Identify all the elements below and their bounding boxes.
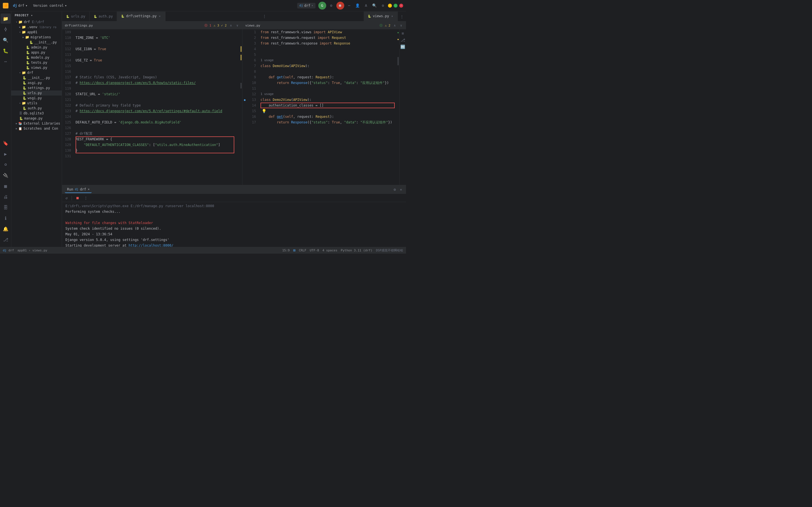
sidebar-item-sqlite[interactable]: 🗄 db.sqlite3 [11,111,62,116]
code-line-109 [75,29,238,35]
code-line-121 [75,97,238,103]
sidebar-item-views-app01[interactable]: 🐍 views.py [11,65,62,70]
sidebar-item-tests[interactable]: 🐍 tests.py [11,60,62,65]
stop-icon[interactable]: ⏹ [75,195,80,201]
sidebar-item-models[interactable]: 🐍 models.py [11,55,62,60]
right-code-content[interactable]: from rest_framework.views import APIView… [258,29,397,185]
plugins-icon[interactable]: ⚙ [329,3,333,8]
settings-icon[interactable]: ⚙ [381,3,385,8]
activity-notify-icon[interactable]: 🔔 [1,224,11,234]
project-selector[interactable]: dj drf ▾ [11,3,30,8]
sidebar-item-utils[interactable]: ▾ 📁 utils [11,101,62,106]
status-position[interactable]: 15:9 [282,248,290,252]
tab-settings-py[interactable]: 🐍 drf\settings.py × [117,11,165,21]
sidebar-item-manage[interactable]: 🐍 manage.py [11,116,62,121]
bookmark-icon[interactable]: ≡ [400,31,405,36]
activity-search-icon[interactable]: 🔍 [1,35,11,45]
code-line-112: USE_I18N = True [75,46,238,52]
activity-terminal-icon[interactable]: ▦ [1,181,11,191]
annotation-icon[interactable]: 🔤 [399,44,406,50]
activity-bookmarks-icon[interactable]: 🔖 [1,138,11,148]
run-line-date: May 01, 2024 - 13:36:54 [65,231,402,237]
sidebar-item-migrations[interactable]: ▶ 📁 migrations [11,35,62,40]
bottom-tab-run[interactable]: Run dj drf × [65,186,92,193]
activity-info-icon[interactable]: ℹ [1,213,11,223]
nav-up-icon[interactable]: ∧ [229,23,233,28]
activity-commit-icon[interactable] [1,24,11,35]
code-line-122: # Default primary key field type [75,103,238,108]
close-run-tab[interactable]: × [88,188,89,191]
close-btn[interactable]: × [399,4,403,8]
rerun-icon[interactable]: ↺ [64,195,69,201]
localhost-link[interactable]: http://localhost:8000/ [128,243,173,247]
activity-plugins-icon[interactable]: 🔌 [1,170,11,180]
git-icon[interactable]: ⎇ [399,37,406,43]
user-avatar[interactable]: G [318,2,326,10]
tab-views-py[interactable]: 🐍 views.py × [364,11,398,21]
maximize-btn[interactable]: □ [394,4,397,8]
right-line-14: authentication_classes = [] [261,103,395,108]
right-red-box-wrapper: authentication_classes = [] [261,103,395,108]
status-indent[interactable]: 4 spaces [323,248,337,252]
sidebar-item-apps[interactable]: 🐍 apps.py [11,50,62,55]
sidebar-item-app01[interactable]: ▾ 📁 app01 [11,30,62,35]
sidebar-item-wsgi[interactable]: 🐍 wsgi.py [11,96,62,101]
activity-project-icon[interactable]: 📁 [1,13,11,24]
sidebar-item-drf-sub[interactable]: ▾ 📁 drf [11,70,62,75]
code-line-115 [75,63,238,69]
sidebar-item-venv[interactable]: ▶ 📁 .venv library ro [11,24,62,30]
sidebar-item-admin[interactable]: 🐍 admin.py [11,45,62,50]
right-scroll-warn [397,39,399,40]
activity-git-icon[interactable] [1,160,11,170]
right-nav-down[interactable]: ∨ [399,23,403,28]
nav-down-icon[interactable]: ∨ [235,23,239,28]
status-branch[interactable]: dj drf [3,248,14,252]
status-path[interactable]: app01 › views.py [17,248,47,252]
panel-close-icon[interactable]: × [399,187,403,192]
yellow-bulb-row: 💡 [261,108,395,114]
more-options-icon[interactable]: ⋯ [347,3,351,8]
translate-icon[interactable]: A [364,3,368,8]
sidebar-item-urls[interactable]: 🐍 urls.py [11,91,62,96]
right-nav-up[interactable]: ∧ [393,23,397,28]
activity-database-icon[interactable]: 🗄 [1,202,11,213]
bulb-icon[interactable]: 💡 [261,108,266,114]
version-control-btn[interactable]: Version control ▾ [31,3,69,8]
minimize-btn[interactable]: − [388,4,392,8]
sidebar-item-asgi[interactable]: 🐍 asgi.py [11,80,62,86]
status-crlf[interactable]: CRLF [299,248,307,252]
activity-git2-icon[interactable]: ⎇ [1,234,11,245]
sidebar-item-scratches[interactable]: ▶ 📋 Scratches and Con [11,126,62,131]
search-icon[interactable]: 🔍 [371,3,378,8]
left-scrollbar[interactable] [240,29,242,185]
activity-debug-icon[interactable]: 🐛 [1,46,11,56]
status-python[interactable]: Python 3.11 (drf) [341,248,373,252]
more-run-icon[interactable]: ⋮ [83,195,89,201]
tab-more-btn[interactable]: ⋮ [260,14,269,18]
sidebar-item-settings[interactable]: 🐍 settings.py [11,86,62,91]
record-btn[interactable]: ⏺ [336,2,344,10]
right-scrollbar[interactable] [397,29,399,185]
left-code-panel: drf\settings.py ⓪ 1 ⚠ 3 ✓ 2 ∧ ∨ 10911011… [62,21,242,185]
run-command-line: E:\drf\.venv\Scripts\python.exe E:/drf/m… [65,203,402,209]
run-config-btn[interactable]: dj drf ▾ [297,3,316,8]
sidebar-item-external-libs[interactable]: ▶ 📚 External Libraries [11,121,62,126]
close-views-tab[interactable]: × [391,14,394,18]
sidebar-item-drf-root[interactable]: ▾ 📁 drf E:\drf [11,19,62,24]
users-icon[interactable]: 👤 [354,3,361,8]
activity-run-icon[interactable]: ▶ [1,149,11,159]
status-charset[interactable]: UTF-8 [310,248,319,252]
activity-print-icon[interactable]: 🖨 [1,192,11,202]
right-panel-more[interactable]: ⋮ [398,14,406,18]
code-line-131 [75,153,238,159]
left-code-content[interactable]: TIME_ZONE = 'UTC' USE_I18N = True USE_TZ… [73,29,240,185]
close-settings-tab[interactable]: × [158,14,161,18]
panel-settings-icon[interactable]: ⚙ [392,187,397,192]
tab-urls-py[interactable]: 🐍 urls.py [62,11,90,21]
sidebar-item-drf-init[interactable]: 🐍 __init__.py [11,75,62,80]
tab-auth-py[interactable]: 🐍 auth.py [90,11,117,21]
sidebar-item-init-app[interactable]: 🐍 __init__.py [11,40,62,45]
sidebar-item-auth[interactable]: 🐍 auth.py [11,106,62,111]
svg-point-0 [5,29,6,30]
activity-more-icon[interactable]: ⋯ [1,56,11,66]
